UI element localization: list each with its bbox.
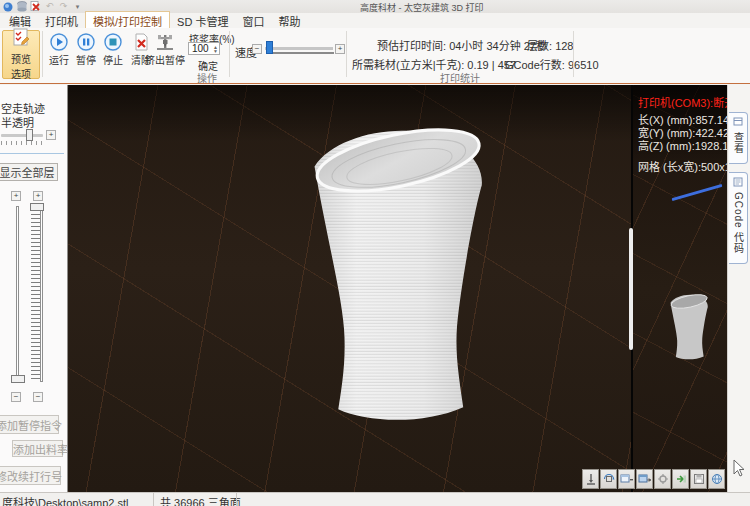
menu-bar: 编辑 打印机 模拟/打印控制 SD 卡管理 窗口 帮助 [0, 13, 750, 28]
qat-dropdown-icon[interactable]: ▾ [72, 1, 83, 12]
left-sidebar: 空走轨迹 半透明 + 显示全部层 + + − − 添加暂停指令 添加出料率 修改… [0, 85, 68, 492]
print-stats-group-label: 打印统计 [415, 70, 505, 85]
layer-range-bottom-increase-button[interactable]: + [33, 191, 43, 201]
statusbar-divider [236, 493, 237, 506]
pane-splitter-handle[interactable] [629, 228, 633, 350]
speed-decrease-button[interactable]: − [252, 44, 262, 54]
mouse-cursor-icon [732, 459, 746, 479]
translucent-increase-button[interactable]: + [46, 130, 56, 140]
pause-icon [77, 33, 95, 51]
viewport-toolbar [582, 469, 725, 489]
layer-range-top-increase-button[interactable]: + [11, 191, 21, 201]
redo-icon[interactable]: ↷ [58, 1, 69, 12]
database-icon[interactable] [16, 1, 27, 12]
axis-line [672, 184, 723, 201]
preview-pane[interactable]: 打印机(COM3):断开 长(X) (mm):857.14 宽(Y) (mm):… [631, 85, 727, 492]
delete-file-icon[interactable] [30, 1, 41, 12]
modify-resume-line-button[interactable]: 修改续打行号 [0, 466, 61, 485]
layer-range-top-decrease-button[interactable]: − [11, 392, 21, 402]
tab-view[interactable]: 查看 [729, 112, 748, 164]
settings-button[interactable] [654, 469, 671, 489]
window-layout-button[interactable] [618, 469, 635, 489]
show-all-layers-button[interactable]: 显示全部层 [0, 163, 58, 181]
triangle-count-text: 共 36966 三角面 [160, 494, 241, 506]
print-time-stat: 预估打印时间: 04小时 34分钟 27秒 [377, 37, 547, 53]
menu-window[interactable]: 窗口 [235, 12, 271, 30]
layer-slider-right-track[interactable] [40, 206, 43, 382]
preview-options-icon [12, 28, 30, 49]
statusbar-divider [153, 493, 154, 506]
translucent-slider-ticks [1, 141, 43, 145]
extrusion-rate-value: 100 [189, 43, 213, 54]
save-icon [693, 473, 705, 485]
tab-gcode[interactable]: GCode 代码 [729, 172, 748, 264]
gcode-lines-stat: GCode行数: 96510 [505, 56, 599, 72]
layers-value: 128 [555, 40, 573, 52]
vase-model[interactable] [278, 115, 508, 435]
window-arrow-icon [638, 473, 651, 485]
sidebar-separator [0, 153, 64, 154]
file-path-text: 度科技\Desktop\samp2.stl [2, 494, 129, 506]
status-bar: 度科技\Desktop\samp2.stl 共 36966 三角面 [0, 492, 750, 506]
export-button[interactable] [672, 469, 689, 489]
preview-options-button[interactable]: 预览选项 [2, 30, 40, 79]
menu-sd-card[interactable]: SD 卡管理 [170, 12, 235, 30]
undo-icon[interactable]: ↶ [44, 1, 55, 12]
stop-icon [104, 33, 122, 51]
vase-model-thumbnail [665, 290, 711, 364]
green-arrow-icon [675, 473, 687, 485]
extruder-icon [155, 33, 175, 51]
rotate-icon [603, 473, 615, 485]
ribbon: 预览选项 运行 暂停 停止 清除 挤出暂停 挤浆率(%) 100 ▲▼ 确定 [0, 28, 750, 84]
layer-range-bottom-decrease-button[interactable]: − [33, 392, 43, 402]
pause-button[interactable]: 暂停 [72, 33, 100, 67]
view-panel-icon [733, 117, 743, 129]
translucent-label: 半透明 [1, 114, 34, 130]
speed-slider-handle[interactable] [266, 41, 273, 54]
ribbon-separator [573, 31, 574, 77]
window-minus-icon [620, 473, 633, 485]
play-icon [50, 33, 68, 51]
stop-button[interactable]: 停止 [99, 33, 127, 67]
right-tab-strip: 查看 GCode 代码 [727, 85, 750, 492]
add-pause-command-button[interactable]: 添加暂停指令 [0, 415, 59, 434]
application-window: ↶ ↷ ▾ 高度科材 - 太空灰建筑 3D 打印 编辑 打印机 模拟/打印控制 … [0, 0, 750, 506]
grid-info-text: 网格 (长x宽):500x125 [638, 158, 727, 174]
spinner-arrows-icon[interactable]: ▲▼ [213, 45, 219, 53]
layers-stat: 层数: 128 [527, 37, 573, 53]
add-feed-rate-button[interactable]: 添加出料率 [12, 440, 63, 457]
run-button[interactable]: 运行 [45, 33, 73, 67]
window-expand-button[interactable] [636, 469, 653, 489]
print-head-position-button[interactable] [582, 469, 599, 489]
layer-slider-left-track[interactable] [16, 206, 19, 382]
speed-increase-button[interactable]: + [335, 44, 345, 54]
operation-group-label: 操作 [152, 70, 262, 85]
menu-printer[interactable]: 打印机 [38, 12, 85, 30]
translucent-slider-handle[interactable] [26, 129, 33, 141]
dimension-z-text: 高(Z) (mm):1928.14 [638, 137, 727, 153]
app-icon [2, 1, 13, 12]
layer-slider-right-handle[interactable] [30, 203, 44, 211]
gcode-panel-icon [733, 177, 743, 189]
gear-icon [657, 473, 669, 485]
extrude-pause-button[interactable]: 挤出暂停 [146, 33, 184, 67]
layer-slider-left-handle[interactable] [11, 375, 25, 383]
extrusion-rate-input[interactable]: 100 ▲▼ [188, 42, 220, 55]
speed-slider-track[interactable] [265, 47, 333, 50]
rotate-view-button[interactable] [600, 469, 617, 489]
ribbon-separator [346, 31, 347, 77]
menu-help[interactable]: 帮助 [271, 12, 307, 30]
translucent-slider-track[interactable] [1, 134, 43, 137]
ribbon-separator [42, 31, 43, 77]
preview-options-label: 预览选项 [9, 51, 33, 81]
globe-view-button[interactable] [708, 469, 725, 489]
globe-icon [711, 473, 723, 485]
save-view-button[interactable] [690, 469, 707, 489]
speed-slider-underline [266, 52, 334, 54]
nozzle-icon [585, 473, 597, 485]
main-3d-viewport[interactable] [68, 85, 631, 492]
menu-edit[interactable]: 编辑 [2, 12, 38, 30]
printer-status-text: 打印机(COM3):断开 [638, 94, 727, 110]
